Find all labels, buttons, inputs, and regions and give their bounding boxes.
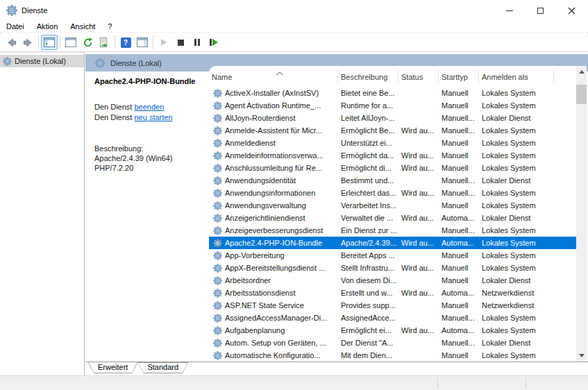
service-name-cell: Anmelde-Assistent für Micr... xyxy=(209,124,338,137)
restart-service-button[interactable] xyxy=(205,35,222,50)
menu-help[interactable]: ? xyxy=(101,22,118,32)
scroll-up-button[interactable] xyxy=(576,66,587,78)
table-row[interactable]: Anzeigeverbesserungsdienst Ein Dienst zu… xyxy=(209,224,587,237)
service-status xyxy=(398,249,439,262)
chevron-up-icon xyxy=(579,70,585,74)
service-name-cell: Anzeigeverbesserungsdienst xyxy=(209,224,338,237)
table-row[interactable]: ActiveX-Installer (AxInstSV) Bietet eine… xyxy=(209,87,587,99)
statusbar-separator xyxy=(526,378,526,389)
service-starttype: Manuell xyxy=(439,274,479,287)
table-row[interactable]: Arbeitsstationsdienst Erstellt und w... … xyxy=(209,287,587,299)
menu-ansicht[interactable]: Ansicht xyxy=(64,22,101,32)
column-header-beschreibung[interactable]: Beschreibung xyxy=(338,70,398,84)
service-name: Anmeldedienst xyxy=(225,137,276,149)
column-header-anmelden-als[interactable]: Anmelden als xyxy=(479,70,554,84)
service-description: Unterstützt ei... xyxy=(338,137,398,149)
pause-icon xyxy=(194,39,200,46)
sort-ascending-icon xyxy=(276,71,284,76)
service-logon-as: Lokaler Dienst xyxy=(479,337,554,349)
show-action-pane-button[interactable] xyxy=(134,35,151,50)
maximize-button[interactable] xyxy=(525,1,556,20)
service-description: Bereitet Apps ... xyxy=(338,249,398,262)
service-gear-icon xyxy=(213,201,222,210)
table-row[interactable]: Anmelde-Assistent für Micr... Ermöglicht… xyxy=(209,124,587,137)
stop-service-link[interactable]: beenden xyxy=(134,103,164,111)
table-row[interactable]: ASP.NET State Service Provides supp... M… xyxy=(209,299,587,312)
view-tabstrip: Erweitert Standard xyxy=(85,362,588,375)
service-starttype: Manuell xyxy=(439,299,479,312)
table-row[interactable]: Autom. Setup von Geräten, ... Der Dienst… xyxy=(209,337,587,349)
service-starttype: Manuell xyxy=(439,162,479,174)
properties-button[interactable] xyxy=(62,35,79,50)
service-name-cell: Apache2.4-PHP-ION-Bundle xyxy=(209,237,338,249)
table-row[interactable]: AllJoyn-Routerdienst Leitet AllJoyn-... … xyxy=(209,112,587,124)
back-button[interactable] xyxy=(3,35,19,50)
help-button[interactable]: ? xyxy=(117,35,134,50)
menu-aktion[interactable]: Aktion xyxy=(31,22,65,32)
service-starttype: Manuell... xyxy=(439,224,479,237)
table-row[interactable]: Automatische Konfiguratio... Mit dem Die… xyxy=(209,349,587,362)
tab-erweitert[interactable]: Erweitert xyxy=(88,362,137,373)
table-row[interactable]: Anwendungsinformationen Erleichtert das.… xyxy=(209,187,587,199)
stop-service-button[interactable] xyxy=(172,35,189,50)
service-gear-icon xyxy=(213,276,222,285)
restart-service-link[interactable]: neu starten xyxy=(134,113,172,121)
forward-button[interactable] xyxy=(19,35,36,50)
table-row[interactable]: AppX-Bereitstellungsdienst ... Stellt In… xyxy=(209,262,587,274)
service-gear-icon xyxy=(213,251,222,260)
table-row[interactable]: Anwendungsidentität Bestimmt und... Manu… xyxy=(209,174,587,187)
vertical-scrollbar[interactable] xyxy=(576,66,587,362)
service-status: Wird au... xyxy=(398,124,439,137)
start-service-button[interactable] xyxy=(156,35,172,50)
table-row[interactable]: App-Vorbereitung Bereitet Apps ... Manue… xyxy=(209,249,587,262)
export-list-button[interactable] xyxy=(96,35,112,50)
column-header-label: Beschreibung xyxy=(341,73,387,81)
service-name: Anwendungsidentität xyxy=(225,174,296,187)
service-status: Wird au... xyxy=(398,212,439,224)
refresh-button[interactable] xyxy=(79,35,96,50)
menu-datei[interactable]: Datei xyxy=(6,22,31,32)
statusbar-separator xyxy=(437,378,438,389)
table-row[interactable]: Anmeldeinformationsverwa... Ermöglicht d… xyxy=(209,149,587,162)
column-header-status[interactable]: Status xyxy=(398,70,439,84)
service-name: ASP.NET State Service xyxy=(225,299,304,312)
service-name-cell: App-Vorbereitung xyxy=(209,249,338,262)
show-console-tree-button[interactable] xyxy=(41,35,58,50)
table-row[interactable]: Aufgabenplanung Ermöglicht ei... Wird au… xyxy=(209,324,587,337)
service-starttype: Manuell xyxy=(439,199,479,212)
tab-label: Erweitert xyxy=(98,362,128,373)
table-row[interactable]: Agent Activation Runtime_... Runtime for… xyxy=(209,99,587,112)
table-row[interactable]: Anzeigerichtliniendienst Verwaltet die .… xyxy=(209,212,587,224)
services-window: Dienste Datei Aktion Ansicht ? xyxy=(0,0,588,390)
table-row[interactable]: Anmeldedienst Unterstützt ei... Manuell … xyxy=(209,137,587,149)
table-row[interactable]: AssignedAccessManager-Di... AssignedAcce… xyxy=(209,312,587,324)
service-name: Autom. Setup von Geräten, ... xyxy=(225,337,326,349)
table-row[interactable]: Anwendungsverwaltung Verarbeitet Ins... … xyxy=(209,199,587,212)
column-header-starttyp[interactable]: Starttyp xyxy=(439,70,479,84)
scroll-down-button[interactable] xyxy=(576,350,587,362)
service-status: Wird au... xyxy=(398,287,439,299)
table-row[interactable]: Apache2.4-PHP-ION-Bundle Apache/2.4.39..… xyxy=(209,237,587,249)
arrow-right-icon xyxy=(23,37,33,48)
service-starttype: Manuell xyxy=(439,262,479,274)
close-button[interactable] xyxy=(556,1,587,20)
service-description: Ermöglicht di... xyxy=(338,162,398,174)
service-logon-as: Lokales System xyxy=(479,262,554,274)
service-name-cell: Aufgabenplanung xyxy=(209,324,338,337)
table-row[interactable]: Arbeitsordner Von diesem Di... Manuell L… xyxy=(209,274,587,287)
tab-standard[interactable]: Standard xyxy=(137,362,188,373)
service-logon-as: Lokales System xyxy=(479,124,554,137)
minimize-button[interactable] xyxy=(494,1,525,20)
scrollbar-thumb[interactable] xyxy=(576,85,587,104)
service-description: Ermöglicht Be... xyxy=(338,124,398,137)
table-row[interactable]: Anschlussumleitung für Re... Ermöglicht … xyxy=(209,162,587,174)
column-header-name[interactable]: Name xyxy=(209,70,338,84)
service-starttype: Manuell xyxy=(439,149,479,162)
service-list: Name Beschreibung Status Starttyp Anmeld… xyxy=(209,66,587,362)
service-status: Wird au... xyxy=(398,324,439,337)
tree-item-label: Dienste (Lokal) xyxy=(15,57,66,65)
pause-service-button[interactable] xyxy=(189,35,205,50)
service-name: Anzeigeverbesserungsdienst xyxy=(225,224,323,237)
tree-item-dienste-lokal[interactable]: Dienste (Lokal) xyxy=(0,55,84,67)
service-name: ActiveX-Installer (AxInstSV) xyxy=(225,87,319,99)
